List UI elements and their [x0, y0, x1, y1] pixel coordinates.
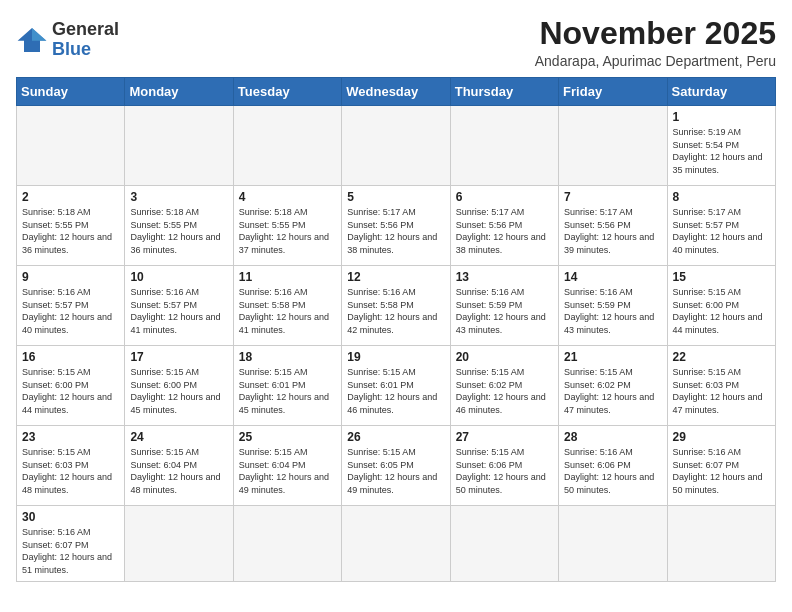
day-number: 16 [22, 350, 119, 364]
day-info: Sunrise: 5:15 AMSunset: 6:02 PMDaylight:… [564, 366, 661, 416]
calendar-cell: 4Sunrise: 5:18 AMSunset: 5:55 PMDaylight… [233, 186, 341, 266]
calendar-cell: 10Sunrise: 5:16 AMSunset: 5:57 PMDayligh… [125, 266, 233, 346]
day-number: 1 [673, 110, 770, 124]
day-info: Sunrise: 5:16 AMSunset: 5:58 PMDaylight:… [239, 286, 336, 336]
calendar-cell: 3Sunrise: 5:18 AMSunset: 5:55 PMDaylight… [125, 186, 233, 266]
day-number: 28 [564, 430, 661, 444]
month-title: November 2025 [535, 16, 776, 51]
calendar-cell: 19Sunrise: 5:15 AMSunset: 6:01 PMDayligh… [342, 346, 450, 426]
calendar-cell: 13Sunrise: 5:16 AMSunset: 5:59 PMDayligh… [450, 266, 558, 346]
day-number: 15 [673, 270, 770, 284]
calendar-cell [342, 506, 450, 581]
logo-text: General Blue [52, 20, 119, 60]
day-info: Sunrise: 5:18 AMSunset: 5:55 PMDaylight:… [239, 206, 336, 256]
day-number: 29 [673, 430, 770, 444]
calendar-cell: 24Sunrise: 5:15 AMSunset: 6:04 PMDayligh… [125, 426, 233, 506]
header-friday: Friday [559, 78, 667, 106]
day-number: 8 [673, 190, 770, 204]
day-info: Sunrise: 5:17 AMSunset: 5:56 PMDaylight:… [456, 206, 553, 256]
calendar-cell: 9Sunrise: 5:16 AMSunset: 5:57 PMDaylight… [17, 266, 125, 346]
day-info: Sunrise: 5:15 AMSunset: 6:01 PMDaylight:… [239, 366, 336, 416]
page-header: General Blue November 2025 Andarapa, Apu… [16, 16, 776, 69]
calendar-cell: 1Sunrise: 5:19 AMSunset: 5:54 PMDaylight… [667, 106, 775, 186]
calendar-cell: 8Sunrise: 5:17 AMSunset: 5:57 PMDaylight… [667, 186, 775, 266]
day-info: Sunrise: 5:15 AMSunset: 6:06 PMDaylight:… [456, 446, 553, 496]
day-info: Sunrise: 5:16 AMSunset: 6:07 PMDaylight:… [673, 446, 770, 496]
day-number: 23 [22, 430, 119, 444]
header-sunday: Sunday [17, 78, 125, 106]
day-number: 13 [456, 270, 553, 284]
day-info: Sunrise: 5:15 AMSunset: 6:00 PMDaylight:… [673, 286, 770, 336]
day-info: Sunrise: 5:15 AMSunset: 6:01 PMDaylight:… [347, 366, 444, 416]
day-info: Sunrise: 5:16 AMSunset: 5:59 PMDaylight:… [456, 286, 553, 336]
day-info: Sunrise: 5:17 AMSunset: 5:56 PMDaylight:… [564, 206, 661, 256]
day-info: Sunrise: 5:16 AMSunset: 6:06 PMDaylight:… [564, 446, 661, 496]
day-info: Sunrise: 5:19 AMSunset: 5:54 PMDaylight:… [673, 126, 770, 176]
day-info: Sunrise: 5:15 AMSunset: 6:02 PMDaylight:… [456, 366, 553, 416]
day-number: 21 [564, 350, 661, 364]
calendar-cell [342, 106, 450, 186]
calendar-cell: 20Sunrise: 5:15 AMSunset: 6:02 PMDayligh… [450, 346, 558, 426]
calendar-cell: 16Sunrise: 5:15 AMSunset: 6:00 PMDayligh… [17, 346, 125, 426]
calendar-cell: 11Sunrise: 5:16 AMSunset: 5:58 PMDayligh… [233, 266, 341, 346]
calendar-cell [450, 106, 558, 186]
day-number: 18 [239, 350, 336, 364]
day-info: Sunrise: 5:15 AMSunset: 6:05 PMDaylight:… [347, 446, 444, 496]
calendar-cell: 5Sunrise: 5:17 AMSunset: 5:56 PMDaylight… [342, 186, 450, 266]
calendar-cell [233, 106, 341, 186]
day-info: Sunrise: 5:16 AMSunset: 5:57 PMDaylight:… [130, 286, 227, 336]
day-info: Sunrise: 5:15 AMSunset: 6:00 PMDaylight:… [22, 366, 119, 416]
calendar-cell: 7Sunrise: 5:17 AMSunset: 5:56 PMDaylight… [559, 186, 667, 266]
calendar: Sunday Monday Tuesday Wednesday Thursday… [16, 77, 776, 581]
day-number: 12 [347, 270, 444, 284]
day-info: Sunrise: 5:18 AMSunset: 5:55 PMDaylight:… [130, 206, 227, 256]
calendar-cell: 26Sunrise: 5:15 AMSunset: 6:05 PMDayligh… [342, 426, 450, 506]
calendar-cell [125, 106, 233, 186]
day-number: 10 [130, 270, 227, 284]
title-block: November 2025 Andarapa, Apurimac Departm… [535, 16, 776, 69]
header-thursday: Thursday [450, 78, 558, 106]
calendar-cell: 23Sunrise: 5:15 AMSunset: 6:03 PMDayligh… [17, 426, 125, 506]
calendar-cell: 6Sunrise: 5:17 AMSunset: 5:56 PMDaylight… [450, 186, 558, 266]
header-saturday: Saturday [667, 78, 775, 106]
location: Andarapa, Apurimac Department, Peru [535, 53, 776, 69]
day-number: 4 [239, 190, 336, 204]
day-number: 9 [22, 270, 119, 284]
day-info: Sunrise: 5:16 AMSunset: 5:59 PMDaylight:… [564, 286, 661, 336]
day-number: 11 [239, 270, 336, 284]
calendar-cell [233, 506, 341, 581]
day-number: 30 [22, 510, 119, 524]
header-monday: Monday [125, 78, 233, 106]
calendar-cell: 25Sunrise: 5:15 AMSunset: 6:04 PMDayligh… [233, 426, 341, 506]
calendar-cell [125, 506, 233, 581]
day-number: 20 [456, 350, 553, 364]
day-number: 2 [22, 190, 119, 204]
day-number: 26 [347, 430, 444, 444]
calendar-cell: 14Sunrise: 5:16 AMSunset: 5:59 PMDayligh… [559, 266, 667, 346]
day-info: Sunrise: 5:17 AMSunset: 5:57 PMDaylight:… [673, 206, 770, 256]
calendar-cell: 15Sunrise: 5:15 AMSunset: 6:00 PMDayligh… [667, 266, 775, 346]
day-number: 6 [456, 190, 553, 204]
day-info: Sunrise: 5:15 AMSunset: 6:04 PMDaylight:… [239, 446, 336, 496]
calendar-cell [450, 506, 558, 581]
calendar-cell: 29Sunrise: 5:16 AMSunset: 6:07 PMDayligh… [667, 426, 775, 506]
calendar-header-row: Sunday Monday Tuesday Wednesday Thursday… [17, 78, 776, 106]
day-number: 22 [673, 350, 770, 364]
day-number: 17 [130, 350, 227, 364]
day-number: 3 [130, 190, 227, 204]
day-info: Sunrise: 5:18 AMSunset: 5:55 PMDaylight:… [22, 206, 119, 256]
calendar-cell: 12Sunrise: 5:16 AMSunset: 5:58 PMDayligh… [342, 266, 450, 346]
calendar-cell: 30Sunrise: 5:16 AMSunset: 6:07 PMDayligh… [17, 506, 125, 581]
logo: General Blue [16, 16, 119, 60]
calendar-cell [17, 106, 125, 186]
day-info: Sunrise: 5:16 AMSunset: 5:57 PMDaylight:… [22, 286, 119, 336]
calendar-cell: 21Sunrise: 5:15 AMSunset: 6:02 PMDayligh… [559, 346, 667, 426]
calendar-cell [559, 106, 667, 186]
day-info: Sunrise: 5:16 AMSunset: 5:58 PMDaylight:… [347, 286, 444, 336]
calendar-cell: 17Sunrise: 5:15 AMSunset: 6:00 PMDayligh… [125, 346, 233, 426]
calendar-cell [559, 506, 667, 581]
day-number: 19 [347, 350, 444, 364]
logo-icon [16, 26, 48, 54]
day-number: 27 [456, 430, 553, 444]
day-number: 14 [564, 270, 661, 284]
